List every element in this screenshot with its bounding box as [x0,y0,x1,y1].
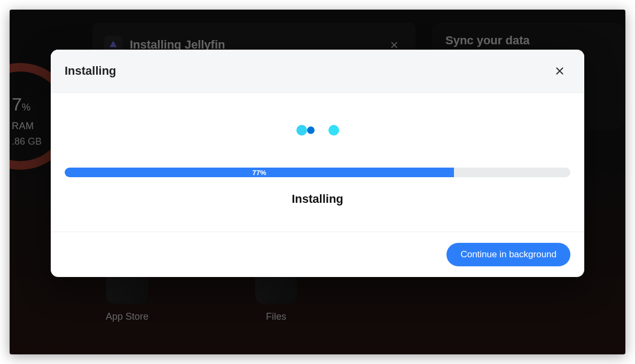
progress-percent-text: 77% [253,169,266,177]
modal-close-button[interactable] [549,60,570,82]
modal-header: Installing [51,50,584,93]
spinner-dot-icon [307,126,315,134]
modal-title: Installing [65,64,116,78]
continue-background-button[interactable]: Continue in background [446,243,570,266]
app-appstore-label: App Store [106,311,148,322]
install-modal: Installing 77% Installing Continue in ba… [51,50,584,277]
modal-body: 77% Installing [51,93,584,232]
status-text: Installing [65,192,570,206]
app-files-label: Files [266,311,286,322]
progress-bar-fill: 77% [65,168,454,177]
progress-bar: 77% [65,168,570,177]
spinner-dot-icon [328,125,339,136]
modal-footer: Continue in background [51,232,584,277]
loading-spinner [296,125,339,136]
sync-title: Sync your data [445,34,610,48]
spinner-dot-icon [296,125,307,136]
close-icon [554,65,566,77]
